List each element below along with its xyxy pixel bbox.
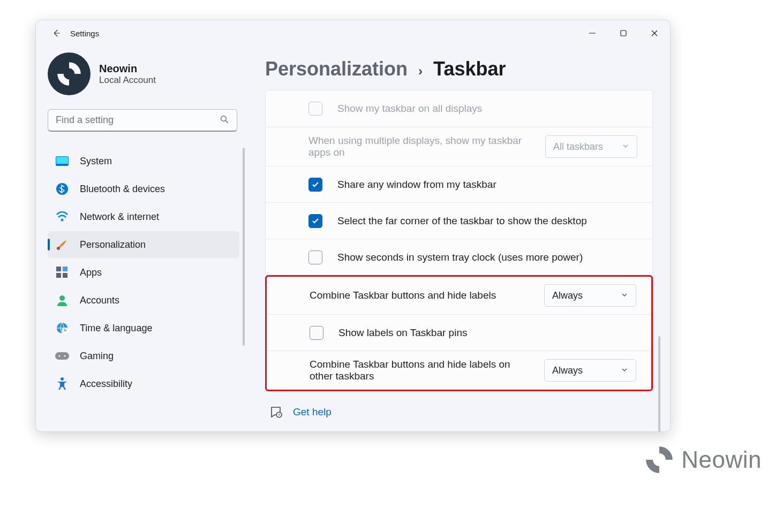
setting-show-seconds[interactable]: Show seconds in system tray clock (uses … xyxy=(266,239,652,275)
paintbrush-icon xyxy=(55,238,69,252)
sidebar-item-accessibility[interactable]: Accessibility xyxy=(48,370,239,397)
chevron-down-icon xyxy=(621,290,628,301)
person-icon xyxy=(55,293,69,307)
nav-list: System Bluetooth & devices Network & int… xyxy=(48,148,261,397)
chevron-right-icon: › xyxy=(418,64,423,79)
avatar xyxy=(48,52,91,95)
close-button[interactable] xyxy=(639,20,670,46)
setting-label: Combine Taskbar buttons and hide labels xyxy=(310,290,536,301)
dropdown-combine-other[interactable]: Always xyxy=(544,359,636,382)
svg-rect-9 xyxy=(56,267,61,271)
sidebar-item-label: Gaming xyxy=(80,351,114,362)
breadcrumb: Personalization › Taskbar xyxy=(265,58,653,80)
back-button[interactable] xyxy=(46,20,67,46)
sidebar-item-gaming[interactable]: Gaming xyxy=(48,343,239,369)
setting-multi-displays: When using multiple displays, show my ta… xyxy=(266,127,652,166)
setting-far-corner[interactable]: Select the far corner of the taskbar to … xyxy=(266,202,652,239)
search-field[interactable] xyxy=(56,115,220,126)
setting-combine-buttons: Combine Taskbar buttons and hide labels … xyxy=(267,277,651,314)
breadcrumb-parent[interactable]: Personalization xyxy=(265,58,408,80)
titlebar: Settings xyxy=(36,20,670,46)
svg-point-13 xyxy=(59,295,65,301)
sidebar-item-label: System xyxy=(80,156,112,167)
settings-window: Settings Neowin xyxy=(35,20,671,432)
setting-share-window[interactable]: Share any window from my taskbar xyxy=(266,166,652,202)
svg-rect-16 xyxy=(55,352,69,360)
help-link-text: Get help xyxy=(293,406,332,418)
svg-rect-1 xyxy=(621,31,626,36)
svg-point-19 xyxy=(61,377,64,381)
svg-rect-12 xyxy=(63,273,67,278)
svg-point-18 xyxy=(64,355,66,357)
setting-label: Combine Taskbar buttons and hide labels … xyxy=(310,359,524,382)
watermark-logo-icon xyxy=(645,445,674,474)
checkbox-unchecked[interactable] xyxy=(308,250,322,264)
dropdown-value: Always xyxy=(552,365,613,376)
breadcrumb-current: Taskbar xyxy=(433,58,506,80)
checkbox-checked[interactable] xyxy=(308,214,322,228)
setting-show-taskbar-all: Show my taskbar on all displays xyxy=(266,90,652,127)
sidebar-item-apps[interactable]: Apps xyxy=(48,259,239,286)
dropdown-multi-displays: All taskbars xyxy=(545,135,637,158)
checkbox-checked[interactable] xyxy=(308,178,322,192)
sidebar: Neowin Local Account System xyxy=(36,46,261,431)
chevron-down-icon xyxy=(622,141,629,153)
sidebar-item-label: Network & internet xyxy=(80,211,159,223)
clock-globe-icon xyxy=(55,321,69,335)
svg-rect-10 xyxy=(63,267,67,271)
sidebar-item-label: Accessibility xyxy=(80,378,132,390)
window-title: Settings xyxy=(70,29,99,38)
search-icon xyxy=(220,115,229,126)
watermark-text: Neowin xyxy=(681,446,762,473)
settings-panel: Show my taskbar on all displays When usi… xyxy=(265,90,653,276)
content-scrollbar[interactable] xyxy=(658,336,660,432)
dropdown-value: Always xyxy=(552,290,613,301)
sidebar-item-label: Bluetooth & devices xyxy=(80,184,165,195)
svg-point-8 xyxy=(57,247,60,250)
setting-label: Show labels on Taskbar pins xyxy=(338,327,636,339)
user-box[interactable]: Neowin Local Account xyxy=(48,49,261,105)
setting-label: When using multiple displays, show my ta… xyxy=(308,135,523,158)
setting-label: Show seconds in system tray clock (uses … xyxy=(337,252,637,263)
get-help-link[interactable]: ? Get help xyxy=(269,405,653,419)
setting-label: Share any window from my taskbar xyxy=(337,179,637,191)
setting-combine-other: Combine Taskbar buttons and hide labels … xyxy=(267,351,651,390)
apps-icon xyxy=(55,265,69,279)
dropdown-combine[interactable]: Always xyxy=(544,284,636,307)
sidebar-item-system[interactable]: System xyxy=(48,148,239,174)
wifi-icon xyxy=(55,210,69,224)
watermark: Neowin xyxy=(645,445,762,474)
sidebar-item-label: Time & language xyxy=(80,323,152,334)
search-input[interactable] xyxy=(48,109,237,132)
setting-label: Show my taskbar on all displays xyxy=(337,103,637,115)
svg-point-7 xyxy=(61,219,64,222)
minimize-button[interactable] xyxy=(577,20,608,46)
user-subtitle: Local Account xyxy=(99,75,156,86)
accessibility-icon xyxy=(55,377,69,391)
gamepad-icon xyxy=(55,349,69,363)
sidebar-scrollbar[interactable] xyxy=(243,148,245,346)
user-name: Neowin xyxy=(99,63,156,75)
bluetooth-icon xyxy=(55,182,69,196)
setting-label: Select the far corner of the taskbar to … xyxy=(337,215,637,227)
sidebar-item-personalization[interactable]: Personalization xyxy=(48,231,239,258)
checkbox-unchecked[interactable] xyxy=(310,326,323,340)
main-content: Personalization › Taskbar Show my taskba… xyxy=(261,46,670,431)
window-controls xyxy=(577,20,670,46)
setting-show-labels-pins[interactable]: Show labels on Taskbar pins xyxy=(267,314,651,351)
maximize-button[interactable] xyxy=(608,20,639,46)
sidebar-item-time[interactable]: Time & language xyxy=(48,315,239,341)
svg-rect-5 xyxy=(56,157,68,164)
svg-line-3 xyxy=(225,120,228,123)
highlighted-settings-panel: Combine Taskbar buttons and hide labels … xyxy=(265,275,653,391)
svg-point-17 xyxy=(59,355,61,357)
sidebar-item-bluetooth[interactable]: Bluetooth & devices xyxy=(48,176,239,202)
dropdown-value: All taskbars xyxy=(553,141,614,153)
system-icon xyxy=(55,154,69,168)
sidebar-item-label: Personalization xyxy=(80,239,146,250)
checkbox-unchecked xyxy=(308,102,322,116)
sidebar-item-accounts[interactable]: Accounts xyxy=(48,287,239,314)
sidebar-item-label: Accounts xyxy=(80,295,119,306)
sidebar-item-network[interactable]: Network & internet xyxy=(48,203,239,230)
help-icon: ? xyxy=(269,405,283,419)
